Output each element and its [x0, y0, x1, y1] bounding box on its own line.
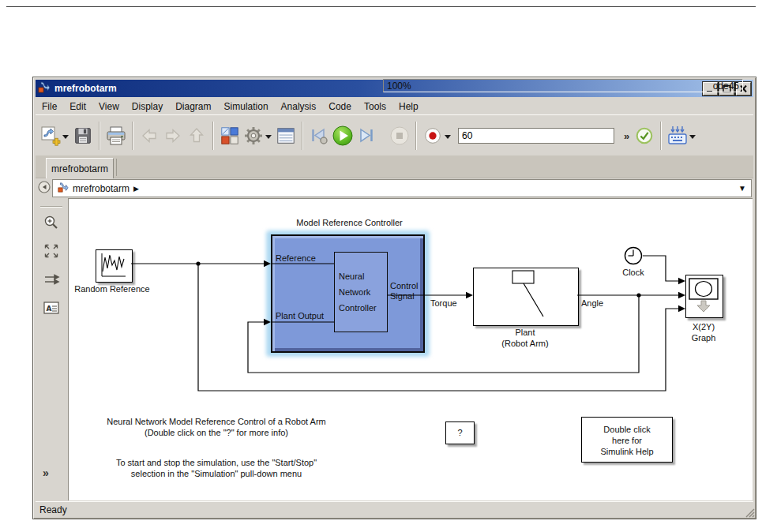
plant-label-line2: (Robot Arm)	[478, 338, 572, 349]
menu-display[interactable]: Display	[126, 99, 169, 114]
palette-sidebar: A »	[36, 198, 68, 500]
nn-label-line2: Network	[339, 284, 387, 300]
validate-button[interactable]	[632, 124, 656, 148]
navigate-back-icon	[138, 125, 160, 147]
model-canvas[interactable]: Random Reference Model Reference Control…	[68, 198, 753, 500]
palette-expand-chevron[interactable]: »	[43, 466, 49, 479]
menu-simulation[interactable]: Simulation	[218, 99, 275, 114]
model-configuration-button[interactable]	[274, 124, 298, 148]
record-icon	[422, 126, 443, 146]
resize-grip[interactable]	[744, 507, 755, 518]
clock-icon	[624, 246, 643, 265]
navigate-back-button[interactable]	[137, 124, 161, 148]
nn-label-line3: Controller	[339, 300, 387, 316]
neural-network-controller-block[interactable]: Neural Network Controller	[334, 252, 388, 332]
breadcrumb-caret[interactable]: ▶	[133, 185, 139, 193]
breadcrumb-model-icon	[58, 182, 69, 195]
keyboard-shortcuts-button[interactable]	[666, 124, 689, 148]
simulink-model-icon	[38, 81, 51, 96]
hide-explorer-bar-icon	[37, 180, 51, 194]
route-signals-button[interactable]	[43, 271, 60, 288]
model-settings-button[interactable]	[242, 124, 265, 148]
random-reference-label: Random Reference	[68, 283, 160, 294]
menu-view[interactable]: View	[92, 99, 126, 114]
save-button[interactable]	[71, 124, 95, 148]
validate-check-icon	[634, 126, 655, 146]
breadcrumb-dropdown[interactable]: ▼	[738, 184, 746, 193]
robot-arm-icon	[474, 268, 576, 324]
status-pane: 100% ode45	[383, 79, 743, 92]
svg-text:A: A	[47, 305, 52, 313]
clock-label: Clock	[610, 267, 657, 278]
xy-graph-block[interactable]	[685, 275, 723, 318]
menu-file[interactable]: File	[36, 99, 63, 114]
more-info-block[interactable]: ?	[445, 421, 475, 444]
controller-output-label: Control Signal	[390, 281, 418, 302]
navigate-up-button[interactable]	[185, 124, 208, 148]
step-back-button[interactable]	[307, 124, 331, 148]
step-forward-button[interactable]	[355, 124, 378, 148]
clock-block[interactable]	[624, 246, 643, 265]
menu-analysis[interactable]: Analysis	[275, 99, 323, 114]
torque-signal-label: Torque	[430, 298, 457, 309]
controller-input-reference-label: Reference	[276, 253, 316, 264]
model-settings-dropdown[interactable]	[265, 135, 272, 142]
fit-to-view-button[interactable]	[43, 242, 60, 260]
record-dropdown[interactable]	[445, 135, 451, 142]
status-bar: Ready	[36, 501, 753, 517]
plant-block[interactable]	[473, 268, 579, 326]
annotation2-line2: selection in the "Simulation" pull-down …	[98, 468, 335, 479]
toolbar-overflow-chevron[interactable]: »	[624, 130, 629, 142]
page-top-rule	[6, 6, 756, 7]
hide-explorer-bar-button[interactable]	[37, 180, 51, 194]
menu-help[interactable]: Help	[392, 99, 425, 114]
keyboard-shortcuts-dropdown[interactable]	[689, 135, 696, 142]
menu-diagram[interactable]: Diagram	[169, 99, 217, 114]
control-label-line1: Control	[390, 281, 418, 291]
step-back-icon	[308, 125, 330, 147]
menu-code[interactable]: Code	[322, 99, 358, 114]
palette-separator	[40, 206, 62, 207]
toolbar-separator	[415, 122, 417, 150]
model-description-annotation: Neural Network Model Reference Control o…	[98, 416, 335, 438]
annotation-icon: A	[43, 299, 60, 317]
route-signals-icon	[43, 271, 60, 288]
print-icon	[105, 125, 127, 147]
menu-edit[interactable]: Edit	[63, 99, 92, 114]
breadcrumb[interactable]: mrefrobotarm ▶ ▼	[52, 179, 752, 197]
gear-icon	[242, 125, 265, 147]
toolbar-separator	[302, 122, 303, 150]
stop-button[interactable]	[388, 124, 411, 148]
toolbar-separator	[212, 122, 214, 150]
zoom-in-icon	[43, 214, 60, 231]
xy-graph-label-line2: Graph	[680, 332, 727, 343]
status-text: Ready	[36, 504, 67, 515]
breadcrumb-model-name[interactable]: mrefrobotarm	[73, 183, 130, 194]
library-browser-button[interactable]	[218, 124, 242, 148]
plant-label-line1: Plant	[478, 327, 572, 338]
zoom-level: 100%	[387, 81, 411, 92]
control-label-line2: Signal	[390, 291, 418, 302]
navigate-forward-button[interactable]	[161, 124, 185, 148]
annotation2-line1: To start and stop the simulation, use th…	[98, 457, 335, 468]
record-button[interactable]	[421, 124, 445, 148]
zoom-in-button[interactable]	[43, 214, 60, 231]
random-reference-block[interactable]	[96, 249, 133, 283]
random-signal-icon	[96, 250, 130, 280]
stop-icon	[389, 125, 411, 147]
annotation-button[interactable]: A	[43, 299, 60, 317]
simulink-help-block[interactable]: Double click here for Simulink Help	[581, 417, 673, 463]
new-model-dropdown[interactable]	[62, 135, 69, 142]
nn-label-line1: Neural	[339, 268, 387, 284]
menu-tools[interactable]: Tools	[358, 99, 392, 114]
simulation-stop-time-input[interactable]	[458, 128, 614, 144]
tab-mrefrobotarm[interactable]: mrefrobotarm	[46, 158, 114, 178]
fit-to-view-icon	[43, 242, 60, 260]
print-button[interactable]	[104, 124, 128, 148]
step-forward-icon	[355, 125, 377, 147]
controller-input-plant-output-label: Plant Output	[276, 310, 324, 321]
tab-bar: mrefrobotarm	[36, 155, 753, 178]
angle-signal-label: Angle	[581, 298, 603, 309]
run-button[interactable]	[331, 124, 355, 148]
new-model-button[interactable]	[39, 124, 62, 148]
